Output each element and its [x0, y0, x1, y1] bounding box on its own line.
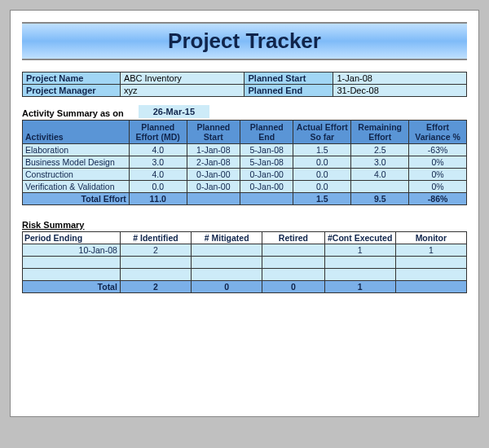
title-bar: Project Tracker	[22, 22, 467, 60]
activity-summary-header-row: Activity Summary as on 26-Mar-15	[22, 97, 467, 118]
activity-name: Elaboration	[23, 144, 130, 156]
risk-period	[23, 257, 121, 269]
page-title: Project Tracker	[168, 29, 321, 53]
total-label: Total Effort	[23, 193, 130, 205]
table-row: 10-Jan-08211	[23, 244, 467, 257]
variance: 0%	[409, 181, 467, 193]
total-variance: -86%	[409, 193, 467, 205]
planned-end-label: Planned End	[244, 85, 333, 97]
planned-end: 5-Jan-08	[240, 156, 293, 169]
planned-end: 0-Jan-00	[240, 169, 293, 181]
col-planned-end: Planned End	[240, 121, 293, 144]
col-identified: # Identified	[120, 232, 191, 244]
risk-total-mitigated: 0	[192, 281, 262, 293]
risk-period: 10-Jan-08	[23, 244, 121, 257]
col-cont-executed: #Cont Executed	[324, 232, 395, 244]
variance: -63%	[409, 144, 467, 156]
risk-total-label: Total	[23, 281, 121, 293]
risk-total-retired: 0	[262, 281, 324, 293]
planned-start-value: 1-Jan-08	[333, 72, 467, 85]
total-actual-effort: 1.5	[293, 193, 351, 205]
total-planned-end	[240, 193, 293, 205]
risk-identified: 2	[120, 244, 191, 257]
risk-retired	[262, 269, 324, 281]
risk-retired	[262, 244, 324, 257]
risk-total-monitor	[395, 281, 466, 293]
planned-effort: 4.0	[129, 144, 187, 156]
table-row: Business Model Design3.02-Jan-085-Jan-08…	[23, 156, 467, 169]
activity-summary-label: Activity Summary as on	[22, 108, 124, 118]
planned-effort: 0.0	[129, 181, 187, 193]
actual-effort: 1.5	[293, 144, 351, 156]
risk-monitor	[395, 257, 466, 269]
activity-summary-date: 26-Mar-15	[139, 105, 209, 118]
risk-cont-executed	[324, 257, 395, 269]
remaining-effort: 2.5	[351, 144, 409, 156]
activity-name: Verification & Validation	[23, 181, 130, 193]
project-info-table: Project Name ABC Inventory Planned Start…	[22, 72, 467, 97]
col-monitor: Monitor	[395, 232, 466, 244]
risk-identified	[120, 257, 191, 269]
risk-cont-executed	[324, 269, 395, 281]
activity-table: Activities Planned Effort (MD) Planned S…	[22, 120, 467, 205]
table-row	[23, 257, 467, 269]
total-row: Total2001	[23, 281, 467, 293]
col-variance: Effort Variance %	[409, 121, 467, 144]
planned-end: 5-Jan-08	[240, 144, 293, 156]
remaining-effort	[351, 181, 409, 193]
activity-table-body: Elaboration4.01-Jan-085-Jan-081.52.5-63%…	[23, 144, 467, 205]
risk-monitor: 1	[395, 244, 466, 257]
col-actual-effort: Actual Effort So far	[293, 121, 351, 144]
planned-start-label: Planned Start	[244, 72, 333, 85]
col-planned-effort: Planned Effort (MD)	[129, 121, 187, 144]
activity-table-head: Activities Planned Effort (MD) Planned S…	[23, 121, 467, 144]
table-row: Verification & Validation0.00-Jan-000-Ja…	[23, 181, 467, 193]
total-remaining-effort: 9.5	[351, 193, 409, 205]
variance: 0%	[409, 156, 467, 169]
info-row: Project Name ABC Inventory Planned Start…	[23, 72, 467, 85]
actual-effort: 0.0	[293, 181, 351, 193]
risk-mitigated	[192, 257, 262, 269]
risk-period	[23, 269, 121, 281]
risk-mitigated	[192, 269, 262, 281]
planned-effort: 4.0	[129, 169, 187, 181]
col-remaining-effort: Remaining Effort	[351, 121, 409, 144]
planned-end-value: 31-Dec-08	[333, 85, 467, 97]
risk-monitor	[395, 269, 466, 281]
risk-mitigated	[192, 244, 262, 257]
actual-effort: 0.0	[293, 169, 351, 181]
planned-end: 0-Jan-00	[240, 181, 293, 193]
project-name-label: Project Name	[23, 72, 121, 85]
risk-table: Period Ending # Identified # Mitigated R…	[22, 231, 467, 293]
col-activities: Activities	[23, 121, 130, 144]
planned-start: 0-Jan-00	[187, 169, 240, 181]
table-row	[23, 269, 467, 281]
planned-effort: 3.0	[129, 156, 187, 169]
variance: 0%	[409, 169, 467, 181]
remaining-effort: 3.0	[351, 156, 409, 169]
info-row: Project Manager xyz Planned End 31-Dec-0…	[23, 85, 467, 97]
risk-retired	[262, 257, 324, 269]
risk-identified	[120, 269, 191, 281]
actual-effort: 0.0	[293, 156, 351, 169]
project-name-value: ABC Inventory	[120, 72, 244, 85]
total-row: Total Effort11.01.59.5-86%	[23, 193, 467, 205]
risk-table-body: 10-Jan-08211Total2001	[23, 244, 467, 293]
planned-start: 0-Jan-00	[187, 181, 240, 193]
project-manager-label: Project Manager	[23, 85, 121, 97]
table-row: Elaboration4.01-Jan-085-Jan-081.52.5-63%	[23, 144, 467, 156]
table-row: Construction4.00-Jan-000-Jan-000.04.00%	[23, 169, 467, 181]
col-mitigated: # Mitigated	[192, 232, 262, 244]
risk-total-identified: 2	[120, 281, 191, 293]
risk-cont-executed: 1	[324, 244, 395, 257]
planned-start: 1-Jan-08	[187, 144, 240, 156]
risk-table-head: Period Ending # Identified # Mitigated R…	[23, 232, 467, 244]
risk-total-cont-executed: 1	[324, 281, 395, 293]
col-period: Period Ending	[23, 232, 121, 244]
risk-summary-title: Risk Summary	[22, 220, 467, 230]
total-planned-effort: 11.0	[129, 193, 187, 205]
activity-name: Construction	[23, 169, 130, 181]
total-planned-start	[187, 193, 240, 205]
col-planned-start: Planned Start	[187, 121, 240, 144]
document-page: Project Tracker Project Name ABC Invento…	[10, 10, 479, 417]
